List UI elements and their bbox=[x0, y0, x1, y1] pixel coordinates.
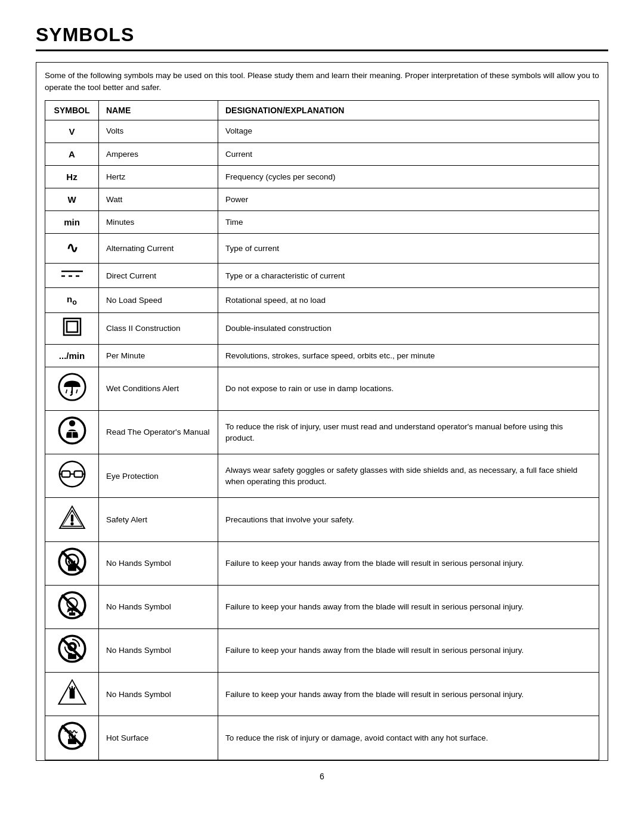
symbol-text: V bbox=[69, 126, 75, 137]
symbol-cell bbox=[45, 629, 99, 673]
explanation-cell: To reduce the risk of injury or damage, … bbox=[218, 716, 599, 760]
symbol-cell: no bbox=[45, 288, 99, 312]
explanation-cell: Precautions that involve your safety. bbox=[218, 498, 599, 541]
symbol-cell: A bbox=[45, 143, 99, 165]
explanation-cell: Double-insulated construction bbox=[218, 312, 599, 344]
name-cell: Read The Operator's Manual bbox=[99, 411, 218, 454]
symbol-cell bbox=[45, 498, 99, 541]
explanation-cell: Revolutions, strokes, surface speed, orb… bbox=[218, 344, 599, 367]
col-header-explanation: DESIGNATION/EXPLANATION bbox=[218, 100, 599, 120]
table-row: Direct CurrentType or a characteristic o… bbox=[45, 264, 599, 288]
table-row: No Hands SymbolFailure to keep your hand… bbox=[45, 673, 599, 716]
name-cell: Wet Conditions Alert bbox=[99, 367, 218, 410]
symbol-cell: .../min bbox=[45, 344, 99, 367]
symbol-cell: min bbox=[45, 211, 99, 234]
symbol-cell bbox=[45, 716, 99, 760]
intro-box: Some of the following symbols may be use… bbox=[36, 62, 608, 761]
explanation-cell: Failure to keep your hands away from the… bbox=[218, 673, 599, 716]
symbol-cell bbox=[45, 367, 99, 410]
symbol-text: W bbox=[67, 194, 76, 205]
explanation-cell: Always wear safety goggles or safety gla… bbox=[218, 454, 599, 498]
explanation-cell: Frequency (cycles per second) bbox=[218, 165, 599, 188]
name-cell: Amperes bbox=[99, 143, 218, 165]
symbol-cell bbox=[45, 312, 99, 344]
name-cell: Watt bbox=[99, 188, 218, 211]
explanation-cell: Current bbox=[218, 143, 599, 165]
svg-rect-30 bbox=[70, 515, 73, 522]
table-row: .../minPer MinuteRevolutions, strokes, s… bbox=[45, 344, 599, 367]
table-row: No Hands SymbolFailure to keep your hand… bbox=[45, 629, 599, 673]
explanation-cell: Failure to keep your hands away from the… bbox=[218, 585, 599, 628]
symbols-table: SYMBOL NAME DESIGNATION/EXPLANATION VVol… bbox=[45, 100, 599, 760]
name-cell: Eye Protection bbox=[99, 454, 218, 498]
symbol-cell: W bbox=[45, 188, 99, 211]
symbol-cell bbox=[45, 585, 99, 628]
svg-point-31 bbox=[70, 522, 73, 525]
table-row: ∿Alternating CurrentType of current bbox=[45, 234, 599, 264]
symbol-text: Hz bbox=[66, 172, 77, 182]
page-title: SYMBOLS bbox=[36, 24, 608, 46]
name-cell: Hot Surface bbox=[99, 716, 218, 760]
table-row: HzHertzFrequency (cycles per second) bbox=[45, 165, 599, 188]
table-row: AAmperesCurrent bbox=[45, 143, 599, 165]
svg-rect-5 bbox=[67, 321, 78, 332]
table-row: No Hands SymbolFailure to keep your hand… bbox=[45, 585, 599, 628]
svg-point-15 bbox=[69, 420, 75, 426]
explanation-cell: Do not expose to rain or use in damp loc… bbox=[218, 367, 599, 410]
svg-line-35 bbox=[68, 561, 69, 563]
table-row: VVoltsVoltage bbox=[45, 120, 599, 143]
name-cell: Class II Construction bbox=[99, 312, 218, 344]
table-row: noNo Load SpeedRotational speed, at no l… bbox=[45, 288, 599, 312]
col-header-name: NAME bbox=[99, 100, 218, 120]
col-header-symbol: SYMBOL bbox=[45, 100, 99, 120]
explanation-cell: Type of current bbox=[218, 234, 599, 264]
symbol-text: A bbox=[69, 149, 75, 159]
name-cell: Safety Alert bbox=[99, 498, 218, 541]
symbol-text: min bbox=[64, 217, 80, 227]
symbol-cell: Hz bbox=[45, 165, 99, 188]
name-cell: Volts bbox=[99, 120, 218, 143]
name-cell: No Hands Symbol bbox=[99, 673, 218, 716]
explanation-cell: Failure to keep your hands away from the… bbox=[218, 541, 599, 585]
table-row: minMinutesTime bbox=[45, 211, 599, 234]
table-row: WWattPower bbox=[45, 188, 599, 211]
symbol-cell bbox=[45, 454, 99, 498]
explanation-cell: Voltage bbox=[218, 120, 599, 143]
table-row: Class II ConstructionDouble-insulated co… bbox=[45, 312, 599, 344]
explanation-cell: Time bbox=[218, 211, 599, 234]
table-row: Read The Operator's ManualTo reduce the … bbox=[45, 411, 599, 454]
name-cell: No Load Speed bbox=[99, 288, 218, 312]
table-row: Safety AlertPrecautions that involve you… bbox=[45, 498, 599, 541]
table-header-row: SYMBOL NAME DESIGNATION/EXPLANATION bbox=[45, 100, 599, 120]
table-row: No Hands SymbolFailure to keep your hand… bbox=[45, 541, 599, 585]
table-row: Wet Conditions AlertDo not expose to rai… bbox=[45, 367, 599, 410]
table-row: Eye ProtectionAlways wear safety goggles… bbox=[45, 454, 599, 498]
symbol-cell bbox=[45, 673, 99, 716]
page-number: 6 bbox=[36, 772, 608, 781]
explanation-cell: Power bbox=[218, 188, 599, 211]
name-cell: Minutes bbox=[99, 211, 218, 234]
explanation-cell: Failure to keep your hands away from the… bbox=[218, 629, 599, 673]
name-cell: Hertz bbox=[99, 165, 218, 188]
name-cell: Per Minute bbox=[99, 344, 218, 367]
intro-text: Some of the following symbols may be use… bbox=[45, 70, 599, 100]
name-cell: No Hands Symbol bbox=[99, 629, 218, 673]
name-cell: Direct Current bbox=[99, 264, 218, 288]
name-cell: Alternating Current bbox=[99, 234, 218, 264]
symbol-cell: V bbox=[45, 120, 99, 143]
symbol-cell bbox=[45, 264, 99, 288]
symbol-text: .../min bbox=[59, 351, 85, 361]
name-cell: No Hands Symbol bbox=[99, 541, 218, 585]
name-cell: No Hands Symbol bbox=[99, 585, 218, 628]
explanation-cell: Rotational speed, at no load bbox=[218, 288, 599, 312]
symbol-cell bbox=[45, 541, 99, 585]
explanation-cell: Type or a characteristic of current bbox=[218, 264, 599, 288]
symbol-cell: ∿ bbox=[45, 234, 99, 264]
symbol-cell bbox=[45, 411, 99, 454]
table-row: Hot SurfaceTo reduce the risk of injury … bbox=[45, 716, 599, 760]
explanation-cell: To reduce the risk of injury, user must … bbox=[218, 411, 599, 454]
